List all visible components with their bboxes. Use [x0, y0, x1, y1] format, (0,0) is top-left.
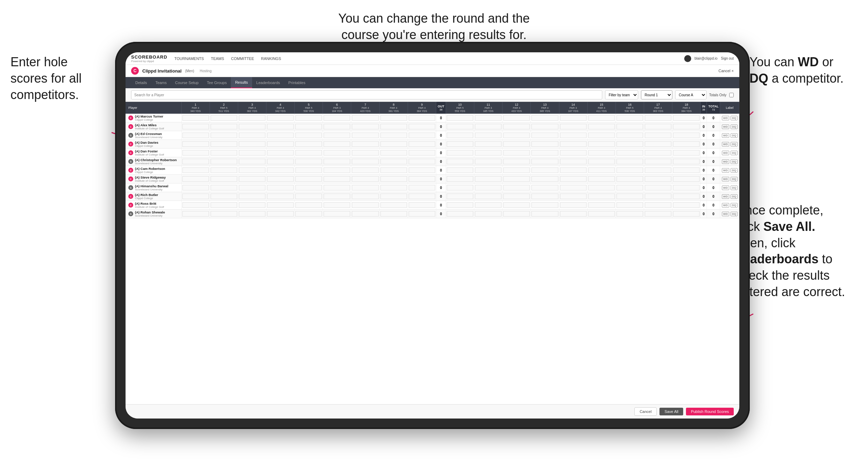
hole-14-input[interactable]	[560, 202, 587, 208]
hole-1-input-cell[interactable]	[181, 201, 210, 210]
hole-2-input-cell[interactable]	[210, 149, 238, 157]
tab-tee-groups[interactable]: Tee Groups	[203, 77, 231, 88]
hole-6-input[interactable]	[324, 211, 350, 217]
hole-7-input-cell[interactable]	[351, 149, 379, 157]
hole-16-input-cell[interactable]	[616, 192, 644, 201]
hole-8-input-cell[interactable]	[379, 175, 408, 183]
wd-button[interactable]: WD	[722, 151, 729, 155]
hole-7-input[interactable]	[352, 167, 378, 173]
hole-12-input-cell[interactable]	[503, 157, 531, 166]
hole-17-input[interactable]	[645, 202, 671, 208]
hole-16-input[interactable]	[617, 185, 643, 190]
hole-1-input[interactable]	[182, 159, 209, 164]
hole-5-input-cell[interactable]	[295, 122, 323, 131]
dq-button[interactable]: DQ	[731, 203, 738, 208]
hole-4-input-cell[interactable]	[266, 201, 294, 210]
hole-10-input-cell[interactable]	[446, 140, 474, 149]
hole-1-input-cell[interactable]	[181, 175, 210, 183]
hole-8-input[interactable]	[380, 115, 407, 121]
hole-17-input[interactable]	[645, 185, 671, 190]
hole-12-input[interactable]	[503, 159, 530, 164]
dq-button[interactable]: DQ	[731, 125, 738, 129]
hole-14-input[interactable]	[560, 185, 587, 190]
hole-12-input-cell[interactable]	[503, 166, 531, 175]
hole-15-input[interactable]	[588, 194, 615, 199]
hole-2-input[interactable]	[211, 194, 237, 199]
hole-5-input-cell[interactable]	[295, 166, 323, 175]
hole-17-input-cell[interactable]	[644, 149, 672, 157]
hole-10-input[interactable]	[447, 202, 473, 208]
hole-1-input-cell[interactable]	[181, 140, 210, 149]
hole-17-input[interactable]	[645, 115, 671, 121]
hole-6-input[interactable]	[324, 115, 350, 121]
hole-2-input-cell[interactable]	[210, 166, 238, 175]
hole-18-input[interactable]	[673, 115, 700, 121]
hole-2-input[interactable]	[211, 141, 237, 147]
hole-7-input-cell[interactable]	[351, 175, 379, 183]
dq-button[interactable]: DQ	[731, 177, 738, 181]
hole-12-input[interactable]	[503, 115, 530, 121]
hole-4-input-cell[interactable]	[266, 149, 294, 157]
hole-12-input-cell[interactable]	[503, 192, 531, 201]
hole-4-input[interactable]	[267, 141, 294, 147]
hole-16-input-cell[interactable]	[616, 183, 644, 192]
hole-16-input-cell[interactable]	[616, 157, 644, 166]
course-select[interactable]: Course A	[675, 90, 707, 99]
sign-out-link[interactable]: Sign out	[721, 57, 734, 60]
hole-6-input[interactable]	[324, 176, 350, 182]
hole-8-input[interactable]	[380, 176, 407, 182]
hole-10-input[interactable]	[447, 194, 473, 199]
hole-7-input[interactable]	[352, 185, 378, 190]
hole-18-input[interactable]	[673, 150, 700, 156]
hole-4-input[interactable]	[267, 159, 294, 164]
hole-4-input[interactable]	[267, 133, 294, 138]
hole-12-input[interactable]	[503, 133, 530, 138]
dq-button[interactable]: DQ	[731, 151, 738, 155]
hole-13-input-cell[interactable]	[531, 149, 559, 157]
search-input[interactable]	[131, 90, 602, 99]
hole-15-input[interactable]	[588, 211, 615, 217]
hole-7-input[interactable]	[352, 150, 378, 156]
hole-9-input-cell[interactable]	[408, 122, 436, 131]
hole-13-input[interactable]	[531, 176, 558, 182]
hole-1-input[interactable]	[182, 141, 209, 147]
hole-6-input-cell[interactable]	[323, 201, 351, 210]
hole-8-input[interactable]	[380, 202, 407, 208]
hole-3-input-cell[interactable]	[238, 114, 266, 122]
hole-1-input[interactable]	[182, 202, 209, 208]
hole-18-input[interactable]	[673, 141, 700, 147]
hole-2-input-cell[interactable]	[210, 201, 238, 210]
hole-18-input-cell[interactable]	[672, 192, 701, 201]
hole-3-input-cell[interactable]	[238, 140, 266, 149]
hole-11-input-cell[interactable]	[474, 201, 503, 210]
hole-11-input-cell[interactable]	[474, 157, 503, 166]
hole-4-input-cell[interactable]	[266, 166, 294, 175]
hole-3-input-cell[interactable]	[238, 149, 266, 157]
hole-10-input-cell[interactable]	[446, 210, 474, 218]
hole-13-input[interactable]	[531, 202, 558, 208]
hole-18-input-cell[interactable]	[672, 183, 701, 192]
tab-teams[interactable]: Teams	[151, 77, 171, 88]
hole-6-input-cell[interactable]	[323, 114, 351, 122]
hole-13-input[interactable]	[531, 185, 558, 190]
hole-13-input[interactable]	[531, 124, 558, 129]
hole-12-input[interactable]	[503, 124, 530, 129]
hole-6-input-cell[interactable]	[323, 157, 351, 166]
hole-5-input-cell[interactable]	[295, 192, 323, 201]
hole-17-input-cell[interactable]	[644, 192, 672, 201]
hole-1-input-cell[interactable]	[181, 157, 210, 166]
hole-9-input-cell[interactable]	[408, 140, 436, 149]
hole-11-input[interactable]	[475, 211, 501, 217]
hole-4-input-cell[interactable]	[266, 114, 294, 122]
hole-14-input-cell[interactable]	[559, 183, 587, 192]
hole-8-input[interactable]	[380, 167, 407, 173]
hole-18-input[interactable]	[673, 133, 700, 138]
hole-10-input-cell[interactable]	[446, 201, 474, 210]
hole-8-input[interactable]	[380, 141, 407, 147]
hole-11-input[interactable]	[475, 124, 501, 129]
hole-5-input[interactable]	[295, 115, 322, 121]
hole-5-input[interactable]	[295, 159, 322, 164]
hole-9-input[interactable]	[409, 133, 435, 138]
hole-7-input[interactable]	[352, 211, 378, 217]
hole-9-input[interactable]	[409, 159, 435, 164]
